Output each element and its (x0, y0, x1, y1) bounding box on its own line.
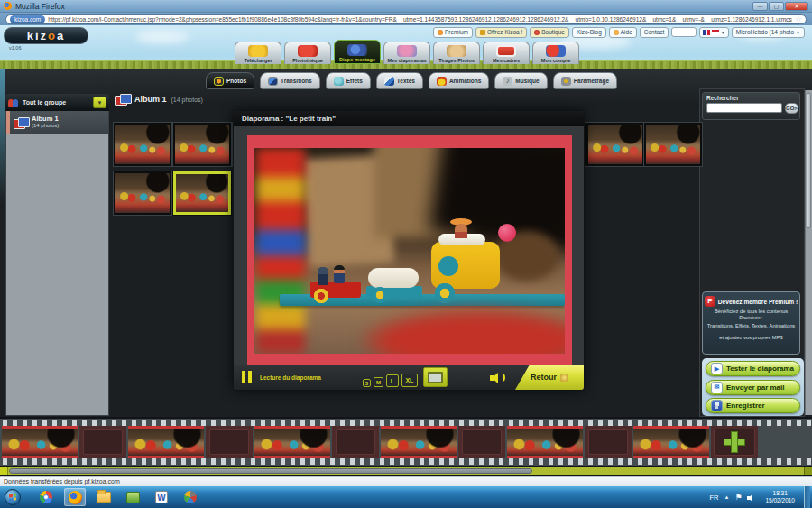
scrollbar-thumb[interactable] (807, 93, 811, 228)
film-frame[interactable] (633, 426, 709, 458)
save-button[interactable]: Enregistrer (706, 398, 800, 413)
thumbnail[interactable] (586, 123, 644, 166)
maximize-button[interactable]: ▢ (769, 2, 784, 11)
tab-tirages-photos[interactable]: Tirages Photos (433, 42, 480, 64)
tab-mes-cadres[interactable]: Mes cadres (483, 42, 530, 64)
start-button[interactable] (5, 489, 21, 505)
taskbar-clock[interactable]: 18:31 15/02/2010 (761, 490, 798, 504)
scroll-right-button[interactable] (804, 467, 812, 475)
film-frame[interactable] (2, 426, 78, 458)
tab-diapo-montage[interactable]: Diapo-montage (334, 40, 381, 64)
thumbnail[interactable] (114, 171, 171, 215)
size-xl-button[interactable]: XL (401, 374, 418, 387)
film-blank (79, 426, 126, 458)
mail-icon: ✉ (711, 382, 723, 393)
show-desktop-button[interactable] (804, 486, 810, 508)
fullscreen-button[interactable] (423, 367, 448, 387)
album-icon (14, 117, 28, 128)
thumbnail[interactable] (644, 123, 702, 166)
language-indicator[interactable]: FR (709, 494, 718, 502)
retour-button[interactable]: Retour (515, 365, 584, 390)
upload-icon (248, 45, 268, 57)
diaporama-modal: Diaporama : "Le petit train" Lecture du … (233, 110, 585, 391)
tab-telecharger[interactable]: Télécharger (235, 42, 281, 64)
kizoa-logo[interactable]: kizoa (4, 27, 88, 44)
send-mail-button[interactable]: ✉Envoyer par mail (706, 380, 800, 395)
tab-transitions[interactable]: Transitions (260, 72, 320, 89)
language-selector[interactable]: ▼ (699, 27, 729, 38)
filmstrip-zone (0, 417, 812, 476)
tab-mon-compte[interactable]: Mon compte (532, 42, 579, 64)
scrollbar-thumb[interactable] (9, 468, 532, 474)
test-slideshow-button[interactable]: ▶Tester le diaporama (706, 361, 800, 376)
tab-mes-diaporamas[interactable]: Mes diaporamas (383, 42, 430, 64)
playback-status: Lecture du diaporama (260, 374, 321, 381)
thumbnail[interactable] (173, 123, 231, 166)
effects-icon (334, 77, 344, 86)
filmstrip (0, 419, 812, 466)
film-frame[interactable] (128, 426, 204, 458)
search-go-button[interactable]: GO> (785, 103, 798, 114)
minimize-button[interactable]: — (752, 2, 768, 11)
search-input[interactable] (706, 103, 782, 113)
premium-button[interactable]: Premium (433, 27, 473, 38)
tab-effets[interactable]: Effets (326, 72, 371, 89)
tab-textes[interactable]: Textes (376, 72, 423, 89)
sub-tabs: Photos Transitions Effets Textes Animati… (206, 72, 617, 89)
premium-line2: Transitions, Effets, Textes, Animations (706, 323, 797, 329)
size-m-button[interactable]: M (374, 377, 383, 387)
url-text: https://pf.kizoa.com/i-Contact/hmenuc.js… (48, 16, 792, 23)
account-dropdown[interactable]: MicroHebdo (14 photo▼ (732, 27, 805, 38)
film-frame[interactable] (254, 426, 330, 458)
volume-button[interactable] (490, 372, 504, 383)
tab-parametrage[interactable]: Paramétrage (553, 72, 617, 89)
film-frame[interactable] (381, 426, 457, 458)
filmstrip-scrollbar[interactable] (0, 467, 812, 475)
thumbnail-selected[interactable] (173, 171, 231, 215)
search-label: Rechercher (706, 95, 796, 101)
tray-volume-icon[interactable] (747, 494, 756, 502)
tab-phototheque[interactable]: Photothèque (284, 42, 331, 64)
tray-chevron-icon[interactable]: ▲ (724, 494, 729, 500)
taskbar-icon-firefox[interactable] (64, 488, 86, 506)
contact-button[interactable]: Contact (640, 27, 669, 38)
boutique-button[interactable]: Boutique (530, 27, 569, 38)
close-button[interactable]: ✕ (785, 2, 808, 11)
windows-taskbar: W FR ▲ ⚑ 18:31 15/02/2010 (0, 486, 812, 508)
album-name: Album 1 (32, 115, 59, 123)
pause-button[interactable] (242, 371, 252, 383)
blog-button[interactable]: Kizo-Blog (572, 27, 606, 38)
add-photo-button[interactable] (711, 426, 758, 458)
scroll-left-button[interactable] (0, 467, 8, 475)
taskbar-icon-chrome[interactable] (35, 488, 57, 506)
help-icon (614, 30, 619, 35)
offrez-button[interactable]: Offrez Kizoa ! (475, 27, 527, 38)
tray-flag-icon[interactable]: ⚑ (734, 493, 742, 502)
taskbar-icon-app[interactable] (122, 488, 143, 506)
tab-animations[interactable]: Animations (429, 72, 489, 89)
film-sprockets (0, 458, 812, 465)
vertical-scrollbar[interactable] (805, 90, 812, 415)
tab-musique[interactable]: ♪Musique (494, 72, 547, 89)
thumbnail[interactable] (114, 123, 171, 166)
url-field[interactable]: kizoa.com https://pf.kizoa.com/i-Contact… (5, 14, 807, 24)
retour-icon (560, 374, 568, 382)
taskbar-icon-picasa[interactable] (180, 488, 201, 506)
users-icon (8, 97, 20, 107)
taskbar-icon-explorer[interactable] (93, 488, 115, 506)
size-s-button[interactable]: S (363, 379, 371, 387)
album-icon (115, 94, 130, 105)
account-email-field[interactable] (671, 27, 697, 37)
utility-bar: Premium Offrez Kizoa ! Boutique Kizo-Blo… (433, 26, 805, 38)
album-item[interactable]: Album 1 (14 photos) (6, 111, 108, 134)
page-title: Album 1 (134, 95, 167, 104)
film-frame[interactable] (507, 426, 583, 458)
taskbar-icon-word[interactable]: W (151, 488, 172, 506)
size-l-button[interactable]: L (386, 374, 399, 387)
aide-button[interactable]: Aide (609, 27, 637, 38)
group-dropdown-button[interactable]: ▼ (93, 97, 106, 108)
windows-logo-icon (9, 493, 16, 501)
bookmark-star-icon[interactable]: ☆ (795, 15, 802, 23)
save-icon (711, 400, 723, 411)
tab-photos[interactable]: Photos (206, 72, 254, 89)
